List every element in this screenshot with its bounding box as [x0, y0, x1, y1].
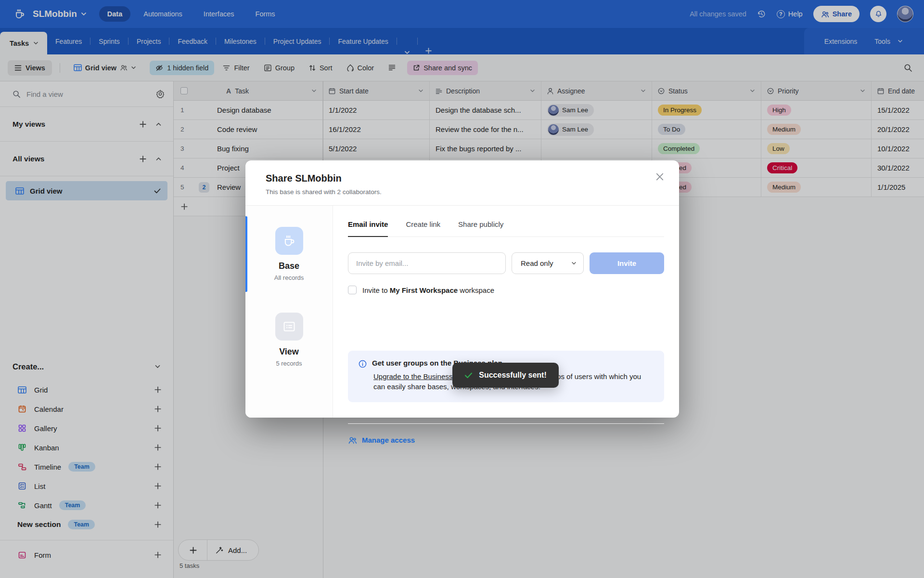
- permission-select[interactable]: Read only: [512, 252, 584, 274]
- tab-email-invite[interactable]: Email invite: [348, 220, 388, 237]
- invite-button[interactable]: Invite: [590, 252, 664, 274]
- close-icon[interactable]: [656, 173, 664, 181]
- scope-label: View: [279, 347, 299, 357]
- scope-records: 5 records: [276, 360, 302, 367]
- manage-access-label: Manage access: [362, 436, 415, 444]
- checkbox-prefix: Invite to: [362, 286, 388, 294]
- share-scope-panel: Base All records View 5 records: [245, 206, 333, 418]
- tab-create-link[interactable]: Create link: [406, 220, 440, 236]
- modal-header: Share SLMobbin This base is shared with …: [245, 160, 679, 196]
- modal-divider: [348, 423, 664, 424]
- base-coffee-cup-icon: [275, 227, 303, 255]
- share-tabs: Email invite Create link Share publicly: [348, 220, 664, 237]
- check-icon: [464, 372, 473, 379]
- toast-message: Successfully sent!: [479, 371, 547, 380]
- permission-value: Read only: [521, 259, 553, 267]
- manage-access-link[interactable]: Manage access: [348, 436, 415, 444]
- scope-records: All records: [274, 274, 304, 281]
- workspace-checkbox-label: Invite to My First Workspace workspace: [362, 286, 494, 294]
- modal-subtitle: This base is shared with 2 collaborators…: [266, 188, 665, 196]
- invite-email-input[interactable]: [348, 252, 506, 274]
- invite-row: Read only Invite: [348, 252, 664, 274]
- chevron-down-icon: [571, 262, 577, 265]
- workspace-invite-row: Invite to My First Workspace workspace: [348, 286, 494, 294]
- view-list-icon: [275, 313, 303, 341]
- scope-label: Base: [279, 261, 299, 271]
- tab-share-publicly[interactable]: Share publicly: [458, 220, 503, 236]
- scope-base[interactable]: Base All records: [245, 227, 333, 281]
- checkbox-suffix: workspace: [460, 286, 494, 294]
- workspace-checkbox[interactable]: [348, 286, 357, 294]
- share-modal: Share SLMobbin This base is shared with …: [245, 160, 679, 418]
- workspace-name: My First Workspace: [390, 286, 458, 294]
- success-toast: Successfully sent!: [452, 363, 559, 388]
- people-icon: [348, 436, 357, 444]
- app-root: SLMobbin Data Automations Interfaces For…: [0, 0, 924, 578]
- scope-view[interactable]: View 5 records: [245, 313, 333, 367]
- modal-title: Share SLMobbin: [266, 173, 665, 184]
- info-icon: [359, 360, 367, 368]
